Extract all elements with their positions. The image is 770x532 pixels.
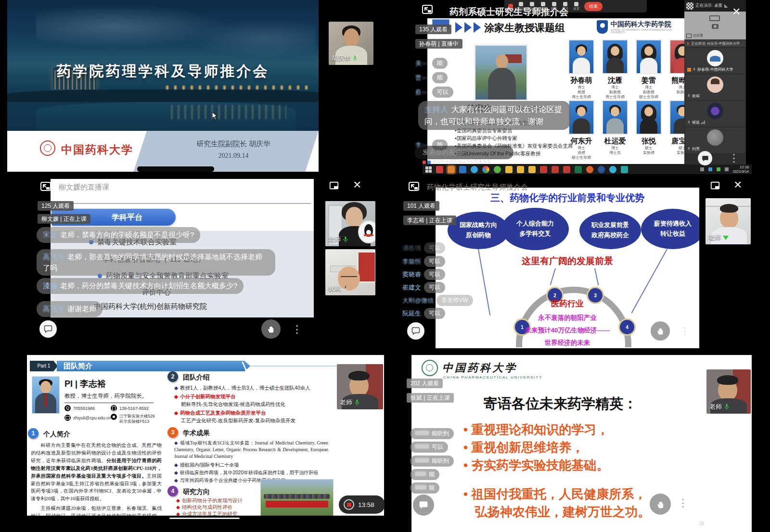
video-thumbnail-teacher[interactable]: 老师 bbox=[337, 364, 383, 409]
tray-icon[interactable] bbox=[700, 167, 704, 171]
faculty-name: 姜雷 bbox=[634, 76, 664, 85]
taskbar-app-icon[interactable] bbox=[448, 166, 455, 173]
pip-icon[interactable] bbox=[422, 4, 433, 17]
taskbar-app-icon[interactable] bbox=[621, 166, 628, 173]
pi-title: 教授，博士生导师，药学院院长。 bbox=[64, 393, 154, 403]
sidebar-more-button[interactable]: ⋮ bbox=[729, 153, 739, 164]
taskbar-app-icon[interactable] bbox=[436, 166, 443, 173]
microphone-icon bbox=[693, 67, 696, 72]
raise-hand-button[interactable] bbox=[261, 319, 281, 339]
section-number: 2 bbox=[167, 371, 178, 382]
video-thumbnail-teacher[interactable]: 老师 bbox=[325, 201, 375, 246]
taskbar-app-icon[interactable] bbox=[609, 166, 616, 173]
more-options-button[interactable]: ⋮ bbox=[292, 324, 302, 335]
taskbar-app-icon[interactable] bbox=[575, 166, 582, 173]
chat-message: 能听到 bbox=[410, 428, 454, 439]
pip-icon[interactable] bbox=[40, 181, 51, 194]
taskbar-app-icon[interactable] bbox=[471, 166, 478, 173]
faculty-photo bbox=[669, 39, 684, 74]
section-title: 学术成果 bbox=[183, 429, 210, 438]
taskbar-app-icon[interactable] bbox=[494, 166, 501, 173]
more-options-button[interactable]: ⋮ bbox=[680, 326, 690, 337]
end-share-button[interactable]: 结束 bbox=[584, 2, 603, 11]
taskbar-app-icon[interactable] bbox=[563, 166, 570, 173]
faculty-name: 杜运爱 bbox=[600, 137, 630, 146]
chat-message: 高飞宇老师，那去基地的同学填志愿的时候是选择基地就不选择老师了吗 bbox=[37, 249, 275, 276]
taskbar-clock[interactable]: 12:162021/9/14 bbox=[733, 165, 749, 174]
sidebar-chat-button[interactable] bbox=[698, 151, 712, 165]
chat-toggle-button[interactable] bbox=[413, 494, 434, 516]
taskbar-app-icon[interactable] bbox=[505, 166, 513, 173]
tray-icon[interactable] bbox=[725, 167, 729, 171]
close-icon[interactable]: × bbox=[353, 178, 361, 191]
raise-hand-icon bbox=[656, 500, 665, 509]
location-icon bbox=[111, 414, 117, 420]
tray-icon[interactable] bbox=[717, 167, 720, 171]
toolbar-item-settings[interactable]: 设置 bbox=[573, 2, 579, 11]
video-progress-bar[interactable] bbox=[169, 518, 240, 519]
chat-input[interactable]: 发表你的看法~ bbox=[415, 146, 513, 159]
chat-bubble-icon bbox=[44, 325, 52, 333]
video-thumbnail-host[interactable]: 胡庆华 bbox=[329, 22, 373, 65]
tray-icon[interactable] bbox=[708, 167, 712, 171]
green-arrow-icon bbox=[723, 236, 729, 240]
participant-tile[interactable]: 褚磊 bbox=[685, 101, 745, 127]
taskbar-app-icon[interactable] bbox=[586, 166, 593, 173]
university-name: 中国药科大学 bbox=[61, 142, 133, 157]
window-title: 柳文媛的直播课 bbox=[59, 183, 109, 192]
chat-toggle-button[interactable] bbox=[407, 322, 424, 340]
slide-title: 药学院药理学科及导师推介会 bbox=[7, 62, 319, 81]
close-icon[interactable]: × bbox=[732, 5, 740, 18]
slide-bullet-cont: 弘扬神农伟业，建树万世之功。 bbox=[475, 504, 650, 520]
more-options-button[interactable]: ⋮ bbox=[678, 498, 688, 508]
recording-indicator[interactable]: 13:58 bbox=[339, 495, 385, 514]
participant-tile[interactable]: 狄斌 bbox=[685, 75, 745, 100]
slide-bullet: • 重视理论和知识的学习， bbox=[463, 421, 609, 438]
taskbar-app-icon[interactable] bbox=[528, 166, 536, 173]
float-window-icon[interactable] bbox=[710, 181, 720, 193]
taskbar-app-icon[interactable] bbox=[598, 166, 605, 173]
shared-slide: 中国药科大学 CHINA PHARMACEUTICAL UNIVERSITY 寄… bbox=[411, 355, 752, 532]
team-item-sub: 靶标寻找-先导化合物发现-候选药物成药性优化 bbox=[181, 401, 285, 408]
taskbar-app-icon[interactable] bbox=[540, 166, 547, 173]
close-icon[interactable]: × bbox=[735, 352, 743, 365]
raise-hand-button[interactable] bbox=[651, 321, 670, 341]
player-control-bar[interactable] bbox=[137, 166, 214, 172]
topic-ellipse: 薪资待遇收入转让收益 bbox=[641, 209, 699, 249]
streamer-status: 狄斌 | 正在上课 bbox=[407, 393, 454, 403]
university-name-en: CHINA PHARMACEUTICAL UNIVERSITY bbox=[443, 375, 542, 380]
windows-taskbar: 12:162021/9/14 bbox=[423, 165, 752, 174]
viewer-count: 125 人观看 bbox=[38, 201, 74, 211]
viewer-count: 101 人观看 bbox=[403, 201, 439, 211]
taskbar-app-icon[interactable] bbox=[517, 166, 524, 173]
taskbar-app-icon[interactable] bbox=[482, 166, 489, 173]
faculty-photo bbox=[568, 39, 594, 74]
chat-message: 高飞宇谢谢老师 bbox=[37, 301, 103, 317]
faculty-photo bbox=[669, 100, 684, 135]
start-button[interactable] bbox=[425, 166, 432, 173]
video-thumbnail-teacher[interactable]: 老师 bbox=[706, 369, 751, 414]
microphone-muted-icon bbox=[343, 285, 348, 292]
video-thumbnail-teacher[interactable]: 老师 bbox=[706, 198, 751, 244]
section-number: 3 bbox=[167, 427, 178, 438]
float-window-icon[interactable] bbox=[712, 355, 723, 367]
contact-qq: Q 705581986 bbox=[64, 405, 95, 411]
taskbar-app-icon[interactable] bbox=[552, 166, 559, 173]
hair bbox=[717, 375, 738, 385]
participant-tile[interactable]: 孙春萌-中国药科大学 bbox=[685, 48, 745, 74]
taskbar-app-icon[interactable] bbox=[459, 166, 466, 173]
float-window-icon[interactable] bbox=[329, 181, 339, 193]
raise-hand-button[interactable] bbox=[650, 494, 671, 515]
shared-slide: Part 1 团队简介 PI | 李志裕 教授，博士生导师，药学院院长。 Q 7… bbox=[27, 355, 384, 516]
close-icon[interactable]: × bbox=[734, 178, 742, 191]
pip-icon[interactable] bbox=[408, 181, 420, 194]
participant-tile[interactable]: 刘芳 bbox=[685, 127, 745, 153]
microphone-icon bbox=[687, 120, 691, 125]
chat-toggle-button[interactable] bbox=[39, 320, 57, 338]
chat-message: 窦晓睿可以 bbox=[402, 269, 445, 280]
streamer-status: 柳文媛 | 正在上课 bbox=[38, 214, 90, 224]
phone-icon bbox=[111, 405, 117, 411]
team-item-sub: 工艺产业化研究-改良型新药开发-复杂药物杂质开发 bbox=[181, 418, 295, 424]
video-thumbnail-dibin[interactable]: 狄斌 bbox=[325, 249, 375, 295]
achievement-item: ◆授权国内/国际专利二十余项 bbox=[174, 462, 239, 469]
